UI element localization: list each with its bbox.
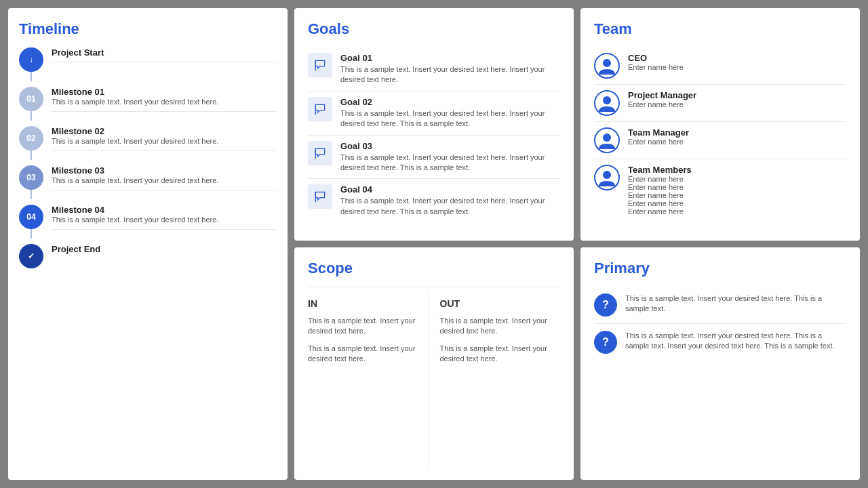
primary-icon: ?	[594, 293, 617, 317]
timeline-connector	[31, 72, 32, 81]
goal-description: This is a sample text. Insert your desir…	[340, 196, 560, 217]
scope-out-item: This is a sample text. Insert your desir…	[440, 344, 555, 365]
timeline-left: 04	[19, 205, 43, 239]
timeline-heading: Milestone 03	[52, 165, 277, 176]
timeline-heading: Milestone 02	[52, 126, 277, 136]
timeline-heading: Milestone 01	[52, 87, 277, 97]
scope-in-column: IN This is a sample text. Insert your de…	[308, 293, 429, 467]
team-info: Project Manager Enter name here	[628, 90, 696, 108]
team-list: CEO Enter name here Project Manager Ente…	[594, 47, 846, 221]
timeline-content: Project Start	[52, 47, 277, 62]
goal-id: Goal 01	[340, 53, 560, 63]
timeline-circle: 02	[19, 126, 43, 150]
timeline-circle: 03	[19, 165, 43, 190]
primary-text: This is a sample text. Insert your desir…	[625, 331, 846, 352]
timeline-circle: 01	[19, 87, 43, 111]
team-avatar	[594, 53, 620, 79]
primary-list: ? This is a sample text. Insert your des…	[594, 287, 846, 361]
goals-list: Goal 01 This is a sample text. Insert yo…	[308, 47, 560, 222]
scope-out-column: OUT This is a sample text. Insert your d…	[429, 293, 561, 467]
team-item: Project Manager Enter name here	[594, 85, 846, 122]
timeline-item: ✓ Project End	[19, 244, 277, 274]
team-member-name: Enter name here	[628, 207, 692, 216]
team-info: CEO Enter name here	[628, 53, 684, 71]
primary-item: ? This is a sample text. Insert your des…	[594, 324, 846, 361]
timeline-connector	[31, 111, 32, 121]
goal-icon	[308, 53, 332, 77]
timeline-item: 03 Milestone 03 This is a sample text. I…	[19, 165, 277, 205]
timeline-connector	[31, 190, 32, 199]
goal-description: This is a sample text. Insert your desir…	[340, 152, 560, 174]
team-name: Enter name here	[628, 63, 684, 71]
svg-marker-4	[315, 148, 324, 157]
svg-marker-6	[315, 192, 324, 201]
team-info: Team Manager Enter name here	[628, 127, 689, 146]
goal-id: Goal 03	[340, 141, 560, 151]
goal-description: This is a sample text. Insert your desir…	[340, 108, 560, 129]
team-card: Team CEO Enter name here Project Manager…	[580, 8, 860, 241]
timeline-left: ✓	[19, 244, 43, 268]
timeline-text: This is a sample text. Insert your desir…	[52, 136, 277, 146]
team-avatar	[594, 165, 620, 190]
team-name: Enter name here	[628, 138, 689, 146]
timeline-left: 03	[19, 165, 43, 199]
goal-text: Goal 03 This is a sample text. Insert yo…	[340, 141, 560, 174]
team-member-name: Enter name here	[628, 191, 692, 199]
timeline-title: Timeline	[19, 20, 277, 38]
timeline-content: Milestone 02 This is a sample text. Inse…	[52, 126, 277, 151]
team-avatar	[594, 127, 620, 153]
svg-point-13	[603, 134, 611, 142]
goal-item: Goal 02 This is a sample text. Insert yo…	[308, 92, 560, 136]
timeline-text: This is a sample text. Insert your desir…	[52, 176, 277, 186]
goal-icon	[308, 184, 332, 209]
goal-description: This is a sample text. Insert your desir…	[340, 64, 560, 85]
team-role: CEO	[628, 53, 684, 63]
primary-card: Primary ? This is a sample text. Insert …	[580, 247, 860, 480]
primary-title: Primary	[594, 260, 846, 277]
timeline-left: 01	[19, 87, 43, 121]
goals-title: Goals	[308, 20, 560, 38]
goal-id: Goal 02	[340, 97, 560, 107]
team-avatar	[594, 90, 620, 116]
team-item: CEO Enter name here	[594, 47, 846, 85]
goals-card: Goals Goal 01 This is a sample text. Ins…	[294, 8, 574, 241]
team-item: Team Manager Enter name here	[594, 122, 846, 159]
scope-out-label: OUT	[440, 298, 555, 309]
timeline-connector	[31, 229, 32, 239]
goal-item: Goal 03 This is a sample text. Insert yo…	[308, 136, 560, 180]
timeline-content: Milestone 04 This is a sample text. Inse…	[52, 205, 277, 230]
goal-icon	[308, 141, 332, 165]
goal-text: Goal 01 This is a sample text. Insert yo…	[340, 53, 560, 85]
timeline-item: 02 Milestone 02 This is a sample text. I…	[19, 126, 277, 165]
team-role: Project Manager	[628, 90, 696, 100]
team-name: Enter name here	[628, 100, 696, 108]
svg-marker-0	[315, 60, 324, 68]
scope-columns: IN This is a sample text. Insert your de…	[308, 293, 560, 467]
svg-point-15	[603, 171, 611, 179]
timeline-list: ↓ Project Start 01 Milestone 01 This is …	[19, 47, 277, 274]
primary-text: This is a sample text. Insert your desir…	[625, 293, 846, 314]
timeline-left: ↓	[19, 47, 43, 81]
timeline-item: ↓ Project Start	[19, 47, 277, 87]
team-member-name: Enter name here	[628, 199, 692, 207]
timeline-left: 02	[19, 126, 43, 160]
goal-text: Goal 02 This is a sample text. Insert yo…	[340, 97, 560, 129]
timeline-item: 01 Milestone 01 This is a sample text. I…	[19, 87, 277, 126]
team-item: Team Members Enter name hereEnter name h…	[594, 159, 846, 221]
svg-point-11	[603, 96, 611, 104]
goal-icon	[308, 97, 332, 121]
svg-point-9	[603, 59, 611, 67]
timeline-content: Project End	[52, 244, 277, 258]
timeline-circle: ↓	[19, 47, 43, 72]
timeline-card: Timeline ↓ Project Start 01 Milestone 01…	[8, 8, 288, 480]
svg-marker-2	[315, 104, 324, 113]
timeline-text: This is a sample text. Insert your desir…	[52, 97, 277, 107]
primary-item: ? This is a sample text. Insert your des…	[594, 287, 846, 324]
goal-id: Goal 04	[340, 184, 560, 195]
goal-item: Goal 01 This is a sample text. Insert yo…	[308, 47, 560, 92]
timeline-text: This is a sample text. Insert your desir…	[52, 215, 277, 225]
team-info: Team Members Enter name hereEnter name h…	[628, 165, 692, 216]
timeline-heading: Project Start	[52, 47, 277, 58]
team-title: Team	[594, 20, 846, 38]
team-role: Team Members	[628, 165, 692, 175]
